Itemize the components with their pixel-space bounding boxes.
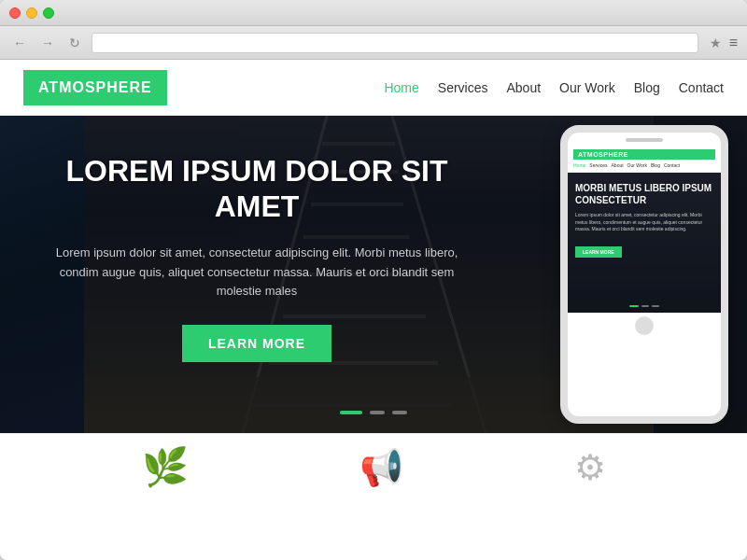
phone-speaker — [626, 138, 663, 142]
phone-ind-1 — [629, 305, 639, 307]
phone-logo: ATMOSPHERE — [573, 149, 715, 160]
phone-indicators — [629, 305, 659, 307]
nav-contact[interactable]: Contact — [679, 80, 724, 95]
circle-icon: ⚙ — [574, 447, 606, 488]
nav-about[interactable]: About — [506, 80, 541, 95]
phone-nav: Home Services About Our Work Blog Contac… — [573, 162, 715, 168]
bottom-section: 🌿 📢 ⚙ — [0, 433, 747, 500]
phone-mockup: ATMOSPHERE Home Services About Our Work … — [560, 125, 728, 424]
phone-hero: MORBI METUS LIBERO IPSUM CONSECTETUR Lor… — [568, 173, 721, 313]
indicator-1[interactable] — [340, 411, 362, 414]
phone-hero-desc: Lorem ipsum dolor sit amet, consectetur … — [575, 212, 713, 233]
refresh-button[interactable]: ↻ — [65, 34, 84, 52]
phone-nav-services: Services — [589, 162, 607, 168]
close-button[interactable] — [9, 7, 21, 19]
site-nav: Home Services About Our Work Blog Contac… — [384, 80, 724, 95]
window-controls — [9, 7, 54, 19]
phone-nav-contact: Contact — [664, 162, 680, 168]
browser-window: ← → ↻ ★ ≡ ATMOSPHERE Home Services About… — [0, 0, 747, 560]
nav-blog[interactable]: Blog — [634, 80, 660, 95]
address-bar-row: ← → ↻ ★ ≡ — [0, 26, 747, 60]
phone-nav-our-work: Our Work — [627, 162, 647, 168]
phone-home-button[interactable] — [635, 316, 654, 335]
hero-description: Lorem ipsum dolor sit amet, consectetur … — [47, 244, 467, 301]
address-bar[interactable] — [92, 33, 698, 53]
browser-menu-icon[interactable]: ≡ — [729, 35, 738, 51]
indicator-3[interactable] — [392, 411, 407, 414]
phone-screen: ATMOSPHERE Home Services About Our Work … — [568, 146, 721, 407]
nav-services[interactable]: Services — [438, 80, 488, 95]
leaf-icon: 🌿 — [142, 445, 189, 489]
website-content: ATMOSPHERE Home Services About Our Work … — [0, 60, 747, 560]
site-header: ATMOSPHERE Home Services About Our Work … — [0, 60, 747, 116]
megaphone-icon: 📢 — [359, 447, 403, 488]
hero-cta-button[interactable]: LEARN MORE — [182, 325, 331, 362]
phone-site-header: ATMOSPHERE Home Services About Our Work … — [568, 146, 721, 173]
phone-nav-blog: Blog — [651, 162, 660, 168]
phone-hero-content: MORBI METUS LIBERO IPSUM CONSECTETUR Lor… — [575, 182, 713, 258]
phone-ind-3 — [652, 305, 659, 307]
phone-hero-title: MORBI METUS LIBERO IPSUM CONSECTETUR — [575, 182, 713, 206]
slide-indicators — [340, 411, 407, 414]
hero-title: LOREM IPSUM DOLOR SIT AMET — [47, 153, 467, 225]
site-logo: ATMOSPHERE — [23, 70, 167, 105]
bookmark-icon[interactable]: ★ — [710, 35, 722, 50]
maximize-button[interactable] — [43, 7, 54, 19]
hero-content: LOREM IPSUM DOLOR SIT AMET Lorem ipsum d… — [47, 153, 467, 362]
nav-our-work[interactable]: Our Work — [559, 80, 615, 95]
phone-ind-2 — [641, 305, 649, 307]
title-bar — [0, 0, 747, 26]
minimize-button[interactable] — [26, 7, 37, 19]
phone-nav-about: About — [612, 162, 624, 168]
back-button[interactable]: ← — [9, 34, 30, 52]
phone-hero-cta[interactable]: LEARN MORE — [575, 246, 622, 258]
nav-home[interactable]: Home — [384, 80, 418, 95]
indicator-2[interactable] — [370, 411, 385, 414]
hero-section: LOREM IPSUM DOLOR SIT AMET Lorem ipsum d… — [0, 116, 747, 433]
forward-button[interactable]: → — [37, 34, 58, 52]
phone-nav-home: Home — [573, 162, 585, 168]
